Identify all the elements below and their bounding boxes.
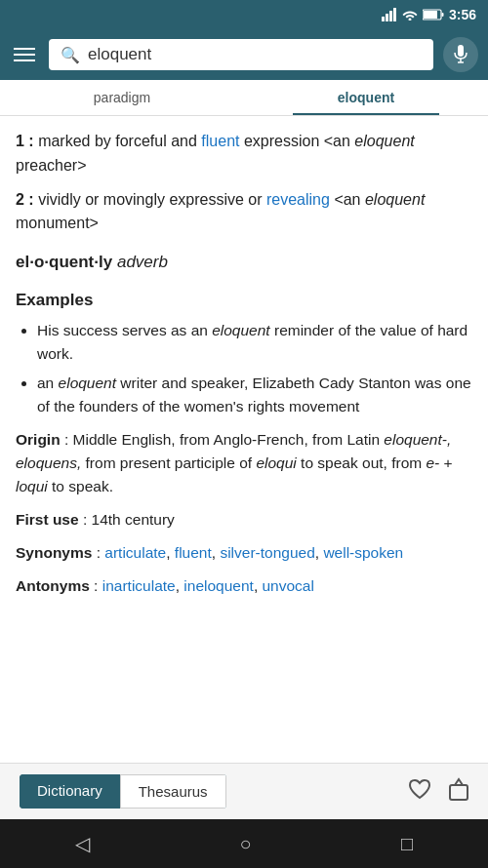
search-bar: 🔍 eloquent <box>0 29 488 80</box>
ant-unvocal[interactable]: unvocal <box>263 577 314 594</box>
ant-ineloquent[interactable]: ineloquent <box>183 577 254 594</box>
svg-rect-5 <box>424 11 437 19</box>
svg-rect-2 <box>389 11 392 21</box>
syn-silver-tongued[interactable]: silver-tongued <box>220 544 314 561</box>
examples-title: Examples <box>16 288 472 313</box>
dict-thesaurus-tabs: Dictionary Thesaurus <box>20 774 226 809</box>
back-button[interactable]: ◁ <box>75 832 90 855</box>
svg-rect-7 <box>458 45 464 57</box>
nav-bar: ◁ ○ □ <box>0 819 488 868</box>
svg-rect-6 <box>441 13 443 17</box>
status-time: 3:56 <box>449 7 476 22</box>
thesaurus-tab[interactable]: Thesaurus <box>120 774 226 809</box>
signal-icon <box>382 8 397 21</box>
search-input[interactable]: eloquent <box>88 45 422 64</box>
hamburger-menu[interactable] <box>10 44 39 65</box>
synonyms-block: Synonyms : articulate, fluent, silver-to… <box>16 541 472 565</box>
search-icon: 🔍 <box>61 46 80 64</box>
word-form-adverb: el·o·quent·ly adverb <box>16 250 472 275</box>
definition-2: 2 : vividly or movingly expressive or re… <box>16 188 472 237</box>
def-number-2: 2 : <box>16 191 34 208</box>
antonyms-label: Antonyms <box>16 577 90 594</box>
def2-text: vividly or movingly expressive or <box>38 191 266 208</box>
syn-articulate[interactable]: articulate <box>104 544 166 561</box>
search-container[interactable]: 🔍 eloquent <box>49 39 433 70</box>
home-button[interactable]: ○ <box>239 833 251 855</box>
svg-rect-1 <box>386 14 388 21</box>
share-icon[interactable] <box>449 777 468 807</box>
tab-paradigm[interactable]: paradigm <box>0 80 244 115</box>
origin-text: : Middle English, from Anglo-French, fro… <box>16 431 453 494</box>
mic-button[interactable] <box>443 37 478 72</box>
def2-link-revealing[interactable]: revealing <box>266 191 330 208</box>
examples-list: His success serves as an eloquent remind… <box>16 319 472 418</box>
synonyms-label: Synonyms <box>16 544 92 561</box>
antonyms-colon: : <box>94 577 102 594</box>
first-use-block: First use : 14th century <box>16 508 472 532</box>
syn-fluent[interactable]: fluent <box>175 544 212 561</box>
origin-label: Origin <box>16 431 61 448</box>
tab-eloquent[interactable]: eloquent <box>244 80 488 115</box>
status-bar: 3:56 <box>0 0 488 29</box>
first-use-value: : 14th century <box>83 511 175 528</box>
def1-text: marked by forceful and <box>38 133 201 149</box>
first-use-label: First use <box>16 511 79 528</box>
bottom-bar: Dictionary Thesaurus <box>0 763 488 819</box>
battery-icon <box>423 9 444 20</box>
tab-bar: paradigm eloquent <box>0 80 488 116</box>
def-number-1: 1 : <box>16 133 34 149</box>
origin-block: Origin : Middle English, from Anglo-Fren… <box>16 428 472 498</box>
status-icons: 3:56 <box>382 7 476 22</box>
svg-rect-10 <box>450 785 468 800</box>
definition-1: 1 : marked by forceful and fluent expres… <box>16 130 472 178</box>
antonyms-block: Antonyms : inarticulate, ineloquent, unv… <box>16 574 472 598</box>
def1-link-fluent[interactable]: fluent <box>201 133 239 149</box>
content-area: 1 : marked by forceful and fluent expres… <box>0 116 488 756</box>
syn-well-spoken[interactable]: well-spoken <box>323 544 403 561</box>
recents-button[interactable]: □ <box>401 833 413 855</box>
wifi-icon <box>402 9 418 20</box>
example-2: an eloquent writer and speaker, Elizabet… <box>37 372 472 418</box>
dictionary-tab[interactable]: Dictionary <box>20 774 120 809</box>
action-icons <box>408 777 468 807</box>
ant-inarticulate[interactable]: inarticulate <box>102 577 176 594</box>
example-1: His success serves as an eloquent remind… <box>37 319 472 366</box>
favorite-icon[interactable] <box>408 778 431 806</box>
pos-label: adverb <box>117 253 168 271</box>
svg-rect-3 <box>393 8 396 21</box>
svg-rect-0 <box>382 17 385 21</box>
